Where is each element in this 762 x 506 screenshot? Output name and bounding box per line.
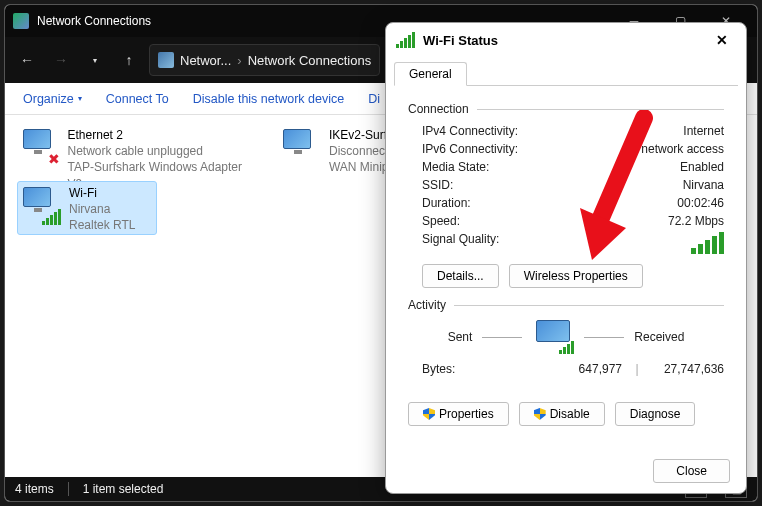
section-activity: Activity [408, 298, 724, 312]
connection-status: Nirvana [69, 201, 135, 217]
connection-device: Realtek RTL [69, 217, 135, 233]
details-button[interactable]: Details... [422, 264, 499, 288]
chevron-down-icon: ▾ [78, 94, 82, 103]
crumb-network[interactable]: Networ... [180, 53, 231, 68]
connection-device: WAN Minip [329, 159, 393, 175]
computer-icon [532, 320, 574, 354]
value-duration: 00:02:46 [677, 196, 724, 210]
activity-graphic: Sent Received [408, 320, 724, 354]
value-ipv6: No network access [623, 142, 724, 156]
nav-history-button[interactable]: ▾ [81, 46, 109, 74]
adapter-icon [21, 185, 61, 225]
adapter-icon [281, 127, 321, 167]
signal-icon [396, 32, 415, 48]
label-ipv4: IPv4 Connectivity: [422, 124, 518, 138]
disable-button[interactable]: Disable [519, 402, 605, 426]
connection-item-ikev2[interactable]: IKEv2-Surfs Disconnect WAN Minip [277, 123, 397, 177]
path-icon [158, 52, 174, 68]
organize-menu[interactable]: Organize ▾ [13, 88, 92, 110]
connection-name: IKEv2-Surfs [329, 127, 393, 143]
unplugged-overlay-icon: ✖ [48, 151, 60, 167]
connection-status: Disconnect [329, 143, 393, 159]
diagnose-button[interactable]: Diagnose [615, 402, 696, 426]
connection-status: Network cable unplugged [68, 143, 253, 159]
value-media-state: Enabled [680, 160, 724, 174]
shield-icon [534, 408, 546, 420]
label-signal-quality: Signal Quality: [422, 232, 499, 254]
dialog-titlebar: Wi-Fi Status ✕ [386, 23, 746, 57]
close-button[interactable]: Close [653, 459, 730, 483]
signal-strength-icon [42, 209, 61, 225]
disable-device-button[interactable]: Disable this network device [183, 88, 354, 110]
adapter-icon: ✖ [21, 127, 60, 167]
signal-quality-icon [691, 232, 724, 254]
value-ssid: Nirvana [683, 178, 724, 192]
connect-to-button[interactable]: Connect To [96, 88, 179, 110]
bytes-received-value: 27,747,636 [652, 362, 724, 376]
chevron-right-icon: › [237, 53, 241, 68]
status-item-count: 4 items [15, 482, 54, 496]
properties-button[interactable]: Properties [408, 402, 509, 426]
section-connection: Connection [408, 102, 724, 116]
label-duration: Duration: [422, 196, 471, 210]
nav-back-button[interactable]: ← [13, 46, 41, 74]
wifi-status-dialog: Wi-Fi Status ✕ General Connection IPv4 C… [385, 22, 747, 494]
bytes-label: Bytes: [422, 362, 532, 376]
crumb-network-connections[interactable]: Network Connections [248, 53, 372, 68]
wireless-properties-button[interactable]: Wireless Properties [509, 264, 643, 288]
bytes-sent-value: 647,977 [532, 362, 622, 376]
connection-name: Wi-Fi [69, 185, 135, 201]
sent-label: Sent [448, 330, 473, 344]
dialog-body: Connection IPv4 Connectivity:Internet IP… [386, 86, 746, 440]
dialog-close-button[interactable]: ✕ [708, 28, 736, 52]
value-speed: 72.2 Mbps [668, 214, 724, 228]
nav-forward-button[interactable]: → [47, 46, 75, 74]
nav-up-button[interactable]: ↑ [115, 46, 143, 74]
connection-item-wifi[interactable]: Wi-Fi Nirvana Realtek RTL [17, 181, 157, 235]
label-ipv6: IPv6 Connectivity: [422, 142, 518, 156]
label-ssid: SSID: [422, 178, 453, 192]
address-bar[interactable]: Networ... › Network Connections [149, 44, 380, 76]
label-speed: Speed: [422, 214, 460, 228]
tab-strip: General [386, 57, 746, 85]
app-icon [13, 13, 29, 29]
status-selected-count: 1 item selected [83, 482, 164, 496]
dialog-title: Wi-Fi Status [423, 33, 498, 48]
tab-general[interactable]: General [394, 62, 467, 86]
shield-icon [423, 408, 435, 420]
received-label: Received [634, 330, 684, 344]
value-ipv4: Internet [683, 124, 724, 138]
connection-name: Ethernet 2 [68, 127, 253, 143]
label-media-state: Media State: [422, 160, 489, 174]
connection-item-ethernet2[interactable]: ✖ Ethernet 2 Network cable unplugged TAP… [17, 123, 257, 177]
